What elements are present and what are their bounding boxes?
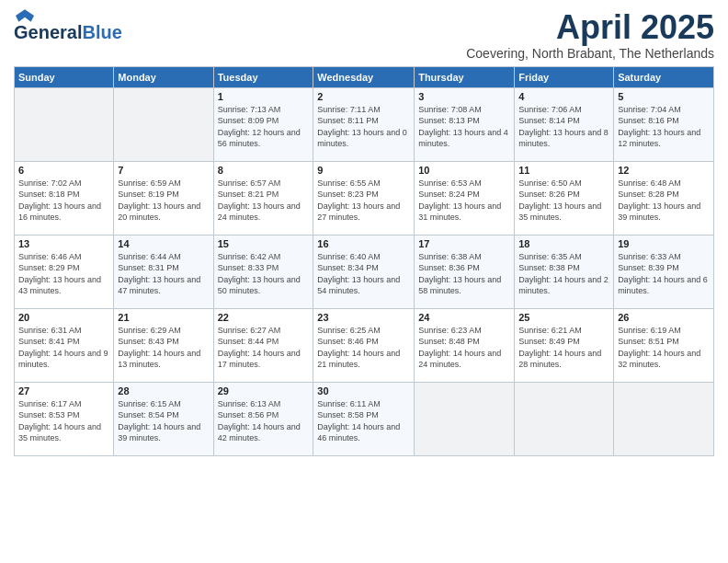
- day-info: Sunrise: 6:46 AMSunset: 8:29 PMDaylight:…: [18, 251, 109, 297]
- calendar-week-row: 1Sunrise: 7:13 AMSunset: 8:09 PMDaylight…: [15, 87, 714, 161]
- header-row: SundayMondayTuesdayWednesdayThursdayFrid…: [15, 66, 714, 87]
- day-info: Sunrise: 6:57 AMSunset: 8:21 PMDaylight:…: [218, 178, 310, 224]
- calendar-cell: 21Sunrise: 6:29 AMSunset: 8:43 PMDayligh…: [114, 308, 213, 382]
- calendar-cell: 15Sunrise: 6:42 AMSunset: 8:33 PMDayligh…: [213, 235, 313, 308]
- day-number: 8: [218, 165, 310, 176]
- day-info: Sunrise: 6:53 AMSunset: 8:24 PMDaylight:…: [418, 178, 510, 224]
- calendar-cell: 17Sunrise: 6:38 AMSunset: 8:36 PMDayligh…: [415, 235, 515, 308]
- day-info: Sunrise: 7:13 AMSunset: 8:09 PMDaylight:…: [218, 104, 310, 150]
- calendar-cell: 11Sunrise: 6:50 AMSunset: 8:26 PMDayligh…: [515, 161, 614, 235]
- day-number: 12: [618, 165, 710, 176]
- day-info: Sunrise: 6:35 AMSunset: 8:38 PMDaylight:…: [518, 251, 609, 297]
- calendar-cell: 2Sunrise: 7:11 AMSunset: 8:11 PMDaylight…: [313, 87, 415, 161]
- day-number: 6: [18, 165, 109, 176]
- calendar-week-row: 6Sunrise: 7:02 AMSunset: 8:18 PMDaylight…: [15, 161, 714, 235]
- title-section: April 2025 Coevering, North Brabant, The…: [466, 9, 714, 61]
- calendar-cell: [114, 87, 213, 161]
- calendar-cell: 4Sunrise: 7:06 AMSunset: 8:14 PMDaylight…: [515, 87, 614, 161]
- day-info: Sunrise: 6:27 AMSunset: 8:44 PMDaylight:…: [218, 325, 310, 371]
- day-number: 21: [118, 312, 209, 323]
- month-title: April 2025: [466, 9, 714, 46]
- calendar-cell: 19Sunrise: 6:33 AMSunset: 8:39 PMDayligh…: [614, 235, 714, 308]
- day-number: 27: [18, 385, 109, 396]
- day-info: Sunrise: 7:08 AMSunset: 8:13 PMDaylight:…: [418, 104, 510, 150]
- day-info: Sunrise: 7:02 AMSunset: 8:18 PMDaylight:…: [18, 178, 109, 224]
- day-info: Sunrise: 7:04 AMSunset: 8:16 PMDaylight:…: [618, 104, 710, 150]
- day-number: 3: [418, 91, 510, 102]
- day-info: Sunrise: 6:17 AMSunset: 8:53 PMDaylight:…: [18, 398, 109, 444]
- day-info: Sunrise: 6:33 AMSunset: 8:39 PMDaylight:…: [618, 251, 710, 297]
- day-info: Sunrise: 6:19 AMSunset: 8:51 PMDaylight:…: [618, 325, 710, 371]
- day-number: 24: [418, 312, 510, 323]
- calendar-cell: 25Sunrise: 6:21 AMSunset: 8:49 PMDayligh…: [515, 308, 614, 382]
- calendar-cell: 6Sunrise: 7:02 AMSunset: 8:18 PMDaylight…: [15, 161, 114, 235]
- calendar-cell: [515, 382, 614, 455]
- calendar-week-row: 27Sunrise: 6:17 AMSunset: 8:53 PMDayligh…: [15, 382, 714, 455]
- calendar-cell: 3Sunrise: 7:08 AMSunset: 8:13 PMDaylight…: [415, 87, 515, 161]
- day-info: Sunrise: 6:11 AMSunset: 8:58 PMDaylight:…: [317, 398, 410, 444]
- day-number: 4: [518, 91, 609, 102]
- calendar-cell: [614, 382, 714, 455]
- calendar-cell: 5Sunrise: 7:04 AMSunset: 8:16 PMDaylight…: [614, 87, 714, 161]
- day-info: Sunrise: 6:13 AMSunset: 8:56 PMDaylight:…: [218, 398, 310, 444]
- day-info: Sunrise: 6:40 AMSunset: 8:34 PMDaylight:…: [317, 251, 410, 297]
- weekday-header: Monday: [114, 66, 213, 87]
- day-info: Sunrise: 6:44 AMSunset: 8:31 PMDaylight:…: [118, 251, 209, 297]
- day-number: 5: [618, 91, 710, 102]
- calendar-cell: [415, 382, 515, 455]
- day-number: 15: [218, 238, 310, 249]
- calendar-cell: 13Sunrise: 6:46 AMSunset: 8:29 PMDayligh…: [15, 235, 114, 308]
- calendar-cell: 16Sunrise: 6:40 AMSunset: 8:34 PMDayligh…: [313, 235, 415, 308]
- day-number: 30: [317, 385, 410, 396]
- day-info: Sunrise: 6:25 AMSunset: 8:46 PMDaylight:…: [317, 325, 410, 371]
- calendar-cell: 1Sunrise: 7:13 AMSunset: 8:09 PMDaylight…: [213, 87, 313, 161]
- weekday-header: Friday: [515, 66, 614, 87]
- day-info: Sunrise: 6:42 AMSunset: 8:33 PMDaylight:…: [218, 251, 310, 297]
- day-number: 10: [418, 165, 510, 176]
- calendar-cell: 30Sunrise: 6:11 AMSunset: 8:58 PMDayligh…: [313, 382, 415, 455]
- day-info: Sunrise: 6:38 AMSunset: 8:36 PMDaylight:…: [418, 251, 510, 297]
- day-number: 9: [317, 165, 410, 176]
- day-number: 18: [518, 238, 609, 249]
- weekday-header: Saturday: [614, 66, 714, 87]
- day-number: 7: [118, 165, 209, 176]
- calendar-cell: 22Sunrise: 6:27 AMSunset: 8:44 PMDayligh…: [213, 308, 313, 382]
- day-number: 14: [118, 238, 209, 249]
- calendar-cell: 24Sunrise: 6:23 AMSunset: 8:48 PMDayligh…: [415, 308, 515, 382]
- calendar-cell: 10Sunrise: 6:53 AMSunset: 8:24 PMDayligh…: [415, 161, 515, 235]
- weekday-header: Sunday: [15, 66, 114, 87]
- day-number: 2: [317, 91, 410, 102]
- day-number: 23: [317, 312, 410, 323]
- day-info: Sunrise: 7:11 AMSunset: 8:11 PMDaylight:…: [317, 104, 410, 150]
- calendar-cell: 26Sunrise: 6:19 AMSunset: 8:51 PMDayligh…: [614, 308, 714, 382]
- calendar-table: SundayMondayTuesdayWednesdayThursdayFrid…: [14, 66, 714, 456]
- calendar-cell: 23Sunrise: 6:25 AMSunset: 8:46 PMDayligh…: [313, 308, 415, 382]
- logo-general: General: [14, 22, 82, 43]
- day-info: Sunrise: 6:59 AMSunset: 8:19 PMDaylight:…: [118, 178, 209, 224]
- weekday-header: Tuesday: [213, 66, 313, 87]
- day-number: 13: [18, 238, 109, 249]
- header: General Blue April 2025 Coevering, North…: [14, 9, 714, 61]
- day-info: Sunrise: 6:31 AMSunset: 8:41 PMDaylight:…: [18, 325, 109, 371]
- day-info: Sunrise: 7:06 AMSunset: 8:14 PMDaylight:…: [518, 104, 609, 150]
- calendar-cell: 7Sunrise: 6:59 AMSunset: 8:19 PMDaylight…: [114, 161, 213, 235]
- day-number: 19: [618, 238, 710, 249]
- calendar-cell: 9Sunrise: 6:55 AMSunset: 8:23 PMDaylight…: [313, 161, 415, 235]
- day-number: 28: [118, 385, 209, 396]
- calendar-cell: 18Sunrise: 6:35 AMSunset: 8:38 PMDayligh…: [515, 235, 614, 308]
- calendar-cell: 27Sunrise: 6:17 AMSunset: 8:53 PMDayligh…: [15, 382, 114, 455]
- calendar-cell: 29Sunrise: 6:13 AMSunset: 8:56 PMDayligh…: [213, 382, 313, 455]
- calendar-cell: 28Sunrise: 6:15 AMSunset: 8:54 PMDayligh…: [114, 382, 213, 455]
- calendar-cell: 14Sunrise: 6:44 AMSunset: 8:31 PMDayligh…: [114, 235, 213, 308]
- day-number: 11: [518, 165, 609, 176]
- calendar-cell: 12Sunrise: 6:48 AMSunset: 8:28 PMDayligh…: [614, 161, 714, 235]
- day-info: Sunrise: 6:50 AMSunset: 8:26 PMDaylight:…: [518, 178, 609, 224]
- day-info: Sunrise: 6:23 AMSunset: 8:48 PMDaylight:…: [418, 325, 510, 371]
- day-info: Sunrise: 6:15 AMSunset: 8:54 PMDaylight:…: [118, 398, 209, 444]
- day-number: 26: [618, 312, 710, 323]
- day-info: Sunrise: 6:48 AMSunset: 8:28 PMDaylight:…: [618, 178, 710, 224]
- day-number: 17: [418, 238, 510, 249]
- logo: General Blue: [14, 9, 122, 43]
- day-number: 20: [18, 312, 109, 323]
- day-number: 29: [218, 385, 310, 396]
